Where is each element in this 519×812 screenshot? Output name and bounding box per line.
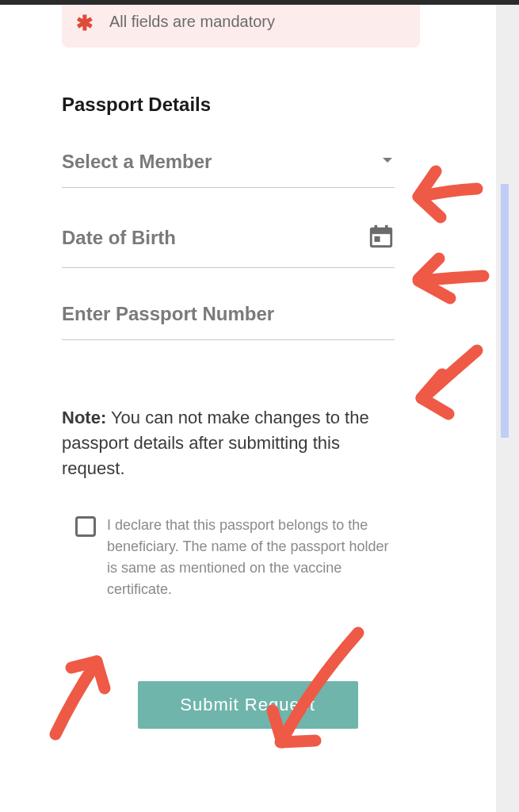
select-member-field[interactable]: Select a Member [62, 116, 395, 188]
select-member-label: Select a Member [62, 151, 212, 173]
scroll-thumb[interactable] [501, 184, 509, 438]
section-title: Passport Details [62, 94, 495, 116]
passport-number-field[interactable]: Enter Passport Number [62, 268, 395, 340]
mandatory-notice-text: All fields are mandatory [109, 13, 275, 31]
svg-rect-2 [375, 225, 378, 231]
calendar-icon [368, 223, 395, 253]
svg-rect-1 [371, 228, 391, 234]
right-scroll-area [496, 5, 519, 812]
mandatory-notice: ✱ All fields are mandatory [62, 5, 420, 48]
svg-rect-3 [385, 225, 388, 231]
submit-request-button[interactable]: Submit Request [138, 681, 358, 729]
content-column: ✱ All fields are mandatory Passport Deta… [0, 5, 495, 729]
svg-rect-4 [375, 236, 380, 242]
chevron-down-icon [380, 153, 395, 170]
passport-number-label: Enter Passport Number [62, 303, 274, 325]
page-container: ✱ All fields are mandatory Passport Deta… [0, 5, 519, 812]
note-body: You can not make changes to the passport… [62, 408, 369, 478]
dob-label: Date of Birth [62, 227, 176, 249]
declaration-row: I declare that this passport belongs to … [75, 515, 392, 600]
dob-field[interactable]: Date of Birth [62, 188, 395, 268]
asterisk-icon: ✱ [76, 13, 93, 33]
note-text: Note: You can not make changes to the pa… [62, 405, 395, 481]
declaration-text: I declare that this passport belongs to … [107, 515, 392, 600]
declaration-checkbox[interactable] [75, 516, 96, 537]
note-prefix: Note: [62, 408, 106, 427]
